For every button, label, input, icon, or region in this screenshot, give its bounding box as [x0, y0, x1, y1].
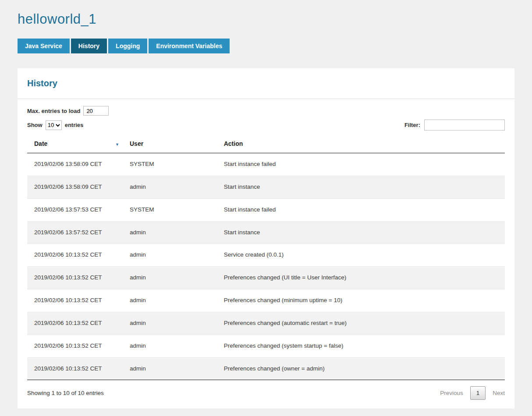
sort-descending-icon: ▼ — [115, 142, 119, 147]
cell-action: Start instance failed — [217, 153, 505, 176]
cell-action: Preferences changed (minimum uptime = 10… — [217, 289, 505, 312]
tab-logging[interactable]: Logging — [108, 39, 147, 53]
table-controls: Show 10 entries Filter: — [27, 120, 505, 130]
page-title: helloworld_1 — [18, 11, 514, 27]
cell-date: 2019/02/06 10:13:52 CET — [27, 289, 123, 312]
history-panel: History Max. entries to load Show 10 ent… — [18, 68, 514, 409]
cell-date: 2019/02/06 13:57:53 CET — [27, 198, 123, 221]
cell-user: admin — [123, 176, 217, 198]
tab-environment-variables[interactable]: Environment Variables — [149, 39, 230, 53]
page-length-select[interactable]: 10 — [46, 120, 62, 130]
table-row: 2019/02/06 13:57:53 CETSYSTEMStart insta… — [27, 198, 505, 221]
panel-heading: History — [18, 68, 514, 99]
cell-date: 2019/02/06 10:13:52 CET — [27, 267, 123, 289]
cell-user: admin — [123, 221, 217, 244]
cell-action: Start instance — [217, 176, 505, 198]
previous-button[interactable]: Previous — [440, 390, 463, 396]
next-button[interactable]: Next — [493, 390, 505, 396]
column-label-user: User — [130, 140, 143, 147]
table-row: 2019/02/06 10:13:52 CETadminPreferences … — [27, 267, 505, 289]
cell-user: SYSTEM — [123, 153, 217, 176]
tab-bar: Java Service History Logging Environment… — [18, 39, 514, 53]
column-header-date[interactable]: Date ▼ — [27, 136, 123, 153]
column-label-action: Action — [224, 140, 243, 147]
cell-user: admin — [123, 244, 217, 267]
table-row: 2019/02/06 13:58:09 CETadminStart instan… — [27, 176, 505, 198]
filter-control: Filter: — [404, 120, 505, 130]
cell-user: admin — [123, 312, 217, 335]
cell-user: admin — [123, 335, 217, 357]
cell-date: 2019/02/06 10:13:52 CET — [27, 312, 123, 335]
history-table-body: 2019/02/06 13:58:09 CETSYSTEMStart insta… — [27, 153, 505, 380]
cell-user: admin — [123, 267, 217, 289]
cell-action: Preferences changed (system startup = fa… — [217, 335, 505, 357]
max-entries-input[interactable] — [83, 106, 109, 116]
cell-user: SYSTEM — [123, 198, 217, 221]
pagination: Previous 1 Next — [440, 386, 505, 400]
cell-date: 2019/02/06 13:58:09 CET — [27, 153, 123, 176]
max-entries-row: Max. entries to load — [27, 106, 505, 116]
table-row: 2019/02/06 10:13:52 CETadminPreferences … — [27, 357, 505, 380]
cell-action: Service created (0.0.1) — [217, 244, 505, 267]
cell-date: 2019/02/06 13:58:09 CET — [27, 176, 123, 198]
table-info: Showing 1 to 10 of 10 entries — [27, 390, 104, 396]
table-row: 2019/02/06 10:13:52 CETadminPreferences … — [27, 289, 505, 312]
filter-label: Filter: — [404, 122, 420, 128]
tab-java-service[interactable]: Java Service — [18, 39, 70, 53]
page-1-button[interactable]: 1 — [470, 386, 486, 400]
table-row: 2019/02/06 13:57:52 CETadminStart instan… — [27, 221, 505, 244]
cell-action: Preferences changed (owner = admin) — [217, 357, 505, 380]
show-label: Show — [27, 122, 43, 128]
page-length-control: Show 10 entries — [27, 120, 83, 130]
table-footer: Showing 1 to 10 of 10 entries Previous 1… — [27, 380, 505, 400]
history-table: Date ▼ User Action 2019/02/06 13:58:09 C… — [27, 136, 505, 380]
cell-date: 2019/02/06 10:13:52 CET — [27, 244, 123, 267]
cell-action: Preferences changed (UI title = User Int… — [217, 267, 505, 289]
cell-user: admin — [123, 357, 217, 380]
filter-input[interactable] — [424, 120, 505, 130]
cell-date: 2019/02/06 10:13:52 CET — [27, 335, 123, 357]
entries-label: entries — [65, 122, 84, 128]
cell-user: admin — [123, 289, 217, 312]
cell-action: Start instance — [217, 221, 505, 244]
table-row: 2019/02/06 10:13:52 CETadminPreferences … — [27, 335, 505, 357]
cell-date: 2019/02/06 10:13:52 CET — [27, 357, 123, 380]
page: helloworld_1 Java Service History Loggin… — [0, 0, 532, 416]
panel-body: Max. entries to load Show 10 entries Fil… — [18, 99, 514, 409]
column-label-date: Date — [34, 140, 47, 147]
column-header-action[interactable]: Action — [217, 136, 505, 153]
table-header: Date ▼ User Action — [27, 136, 505, 153]
table-row: 2019/02/06 13:58:09 CETSYSTEMStart insta… — [27, 153, 505, 176]
max-entries-label: Max. entries to load — [27, 108, 80, 114]
table-row: 2019/02/06 10:13:52 CETadminPreferences … — [27, 312, 505, 335]
table-row: 2019/02/06 10:13:52 CETadminService crea… — [27, 244, 505, 267]
column-header-user[interactable]: User — [123, 136, 217, 153]
cell-action: Start instance failed — [217, 198, 505, 221]
cell-action: Preferences changed (automatic restart =… — [217, 312, 505, 335]
cell-date: 2019/02/06 13:57:52 CET — [27, 221, 123, 244]
tab-history[interactable]: History — [71, 39, 107, 53]
